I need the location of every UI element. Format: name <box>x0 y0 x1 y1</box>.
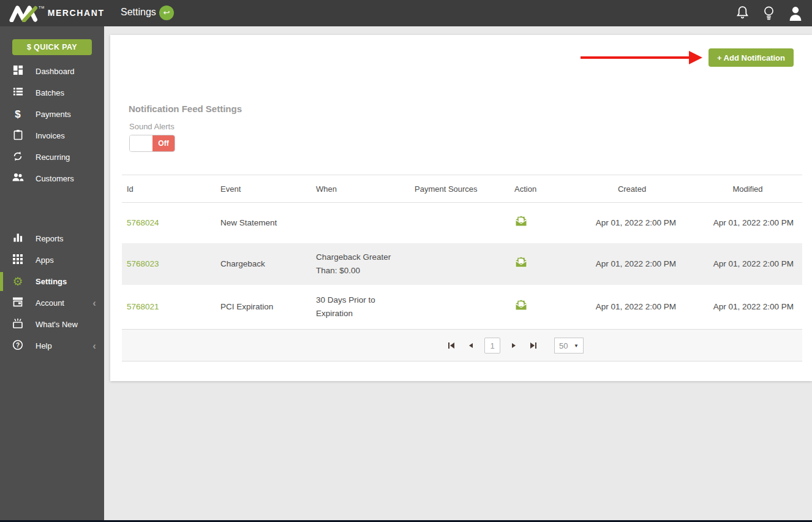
sound-alerts-label: Sound Alerts <box>129 122 175 131</box>
sidebar-item-customers[interactable]: Customers <box>0 168 104 189</box>
notifications-table: Id Event When Payment Sources Action Cre… <box>122 175 802 330</box>
modified-cell: Apr 01, 2022 2:00 PM <box>693 243 802 285</box>
sidebar-spacer <box>0 189 104 228</box>
svg-text:?: ? <box>16 341 20 348</box>
sidebar: $ QUICK PAY Dashboard Batches $ Payments… <box>0 26 104 520</box>
col-when: When <box>311 175 410 203</box>
email-action-icon[interactable] <box>514 256 528 268</box>
event-cell: PCI Expiration <box>216 285 311 330</box>
dashboard-icon <box>11 65 24 78</box>
sidebar-item-reports[interactable]: Reports <box>0 228 104 249</box>
when-cell: 30 Days Prior to Expiration <box>311 285 410 330</box>
when-cell: Chargeback Greater Than: $0.00 <box>311 243 410 285</box>
modified-cell: Apr 01, 2022 2:00 PM <box>693 203 802 243</box>
mx-logo-icon <box>9 4 39 22</box>
col-payment-sources: Payment Sources <box>410 175 509 203</box>
sound-alerts-toggle[interactable]: Off <box>129 135 175 152</box>
modified-cell: Apr 01, 2022 2:00 PM <box>693 285 802 330</box>
payment-sources-cell <box>410 243 509 285</box>
notification-id-link[interactable]: 5768023 <box>127 259 159 268</box>
previous-page-icon[interactable] <box>465 339 477 352</box>
sidebar-item-dashboard[interactable]: Dashboard <box>0 61 104 82</box>
payment-sources-cell <box>410 203 509 243</box>
section-title: Notification Feed Settings <box>129 104 242 114</box>
profile-avatar-icon[interactable] <box>788 5 803 24</box>
help-question-icon: ? <box>11 339 24 353</box>
table-row: 5768023 Chargeback Chargeback Greater Th… <box>122 243 802 285</box>
sidebar-item-help[interactable]: ? Help ‹ <box>0 335 104 357</box>
recurring-sync-icon <box>11 151 24 164</box>
payments-dollar-icon: $ <box>11 108 24 121</box>
col-action: Action <box>509 175 571 203</box>
created-cell: Apr 01, 2022 2:00 PM <box>571 285 693 330</box>
current-page-indicator[interactable]: 1 <box>484 338 500 354</box>
table-header-row: Id Event When Payment Sources Action Cre… <box>122 175 802 203</box>
sidebar-item-whats-new[interactable]: What's New <box>0 314 104 335</box>
payment-sources-cell <box>410 285 509 330</box>
table-row: 5768021 PCI Expiration 30 Days Prior to … <box>122 285 802 330</box>
account-storefront-icon <box>11 297 24 309</box>
whats-new-gift-icon <box>11 318 24 331</box>
first-page-icon[interactable] <box>445 339 457 352</box>
email-action-icon[interactable] <box>514 215 528 227</box>
when-cell <box>311 203 410 243</box>
logo-brand-name: MERCHANT <box>48 8 105 18</box>
event-cell: Chargeback <box>216 243 311 285</box>
customers-people-icon <box>11 173 24 184</box>
annotation-arrow-head <box>689 51 702 64</box>
notifications-bell-icon[interactable] <box>735 5 750 24</box>
toggle-state-label: Off <box>152 135 175 151</box>
sidebar-item-payments[interactable]: $ Payments <box>0 104 104 125</box>
sidebar-item-account[interactable]: Account ‹ <box>0 292 104 314</box>
ideas-lightbulb-icon[interactable] <box>762 5 776 24</box>
chevron-left-icon: ‹ <box>92 298 96 308</box>
notification-id-link[interactable]: 5768021 <box>127 302 159 311</box>
table-row: 5768024 New Statement Apr 01, 2022 2:00 <box>122 203 802 243</box>
page-size-value: 50 <box>559 341 568 350</box>
logo-tm: TM <box>39 6 45 9</box>
reports-bar-chart-icon <box>11 233 24 245</box>
add-notification-button[interactable]: + Add Notification <box>709 48 794 67</box>
sidebar-item-invoices[interactable]: Invoices <box>0 125 104 146</box>
topbar: TM MERCHANT Settings ↩ <box>0 0 812 26</box>
toggle-knob <box>130 135 152 151</box>
created-cell: Apr 01, 2022 2:00 PM <box>571 203 693 243</box>
pagination-bar: 1 50 ▼ <box>122 329 802 361</box>
sidebar-item-settings[interactable]: ⚙ Settings <box>0 271 104 292</box>
chevron-down-icon: ▼ <box>574 343 579 349</box>
batches-icon <box>11 86 24 99</box>
sidebar-item-recurring[interactable]: Recurring <box>0 146 104 168</box>
col-created: Created <box>571 175 693 203</box>
back-arrow-icon[interactable]: ↩ <box>159 6 174 20</box>
settings-content-card: + Add Notification Notification Feed Set… <box>110 35 812 381</box>
apps-grid-icon <box>11 254 24 267</box>
sidebar-item-batches[interactable]: Batches <box>0 82 104 104</box>
annotation-arrow <box>581 56 689 59</box>
col-event: Event <box>216 175 311 203</box>
page-size-dropdown[interactable]: 50 ▼ <box>554 338 584 354</box>
sidebar-item-apps[interactable]: Apps <box>0 249 104 271</box>
notification-id-link[interactable]: 5768024 <box>127 218 159 227</box>
col-id: Id <box>122 175 216 203</box>
settings-gear-icon: ⚙ <box>11 276 24 287</box>
next-page-icon[interactable] <box>508 339 520 352</box>
quick-pay-button[interactable]: $ QUICK PAY <box>12 39 92 55</box>
page-title: Settings <box>121 7 156 18</box>
chevron-left-icon: ‹ <box>92 341 96 351</box>
created-cell: Apr 01, 2022 2:00 PM <box>571 243 693 285</box>
col-modified: Modified <box>693 175 802 203</box>
last-page-icon[interactable] <box>527 339 539 352</box>
event-cell: New Statement <box>216 203 311 243</box>
email-action-icon[interactable] <box>514 299 528 311</box>
invoices-clipboard-icon <box>11 129 24 143</box>
mx-merchant-logo[interactable]: TM MERCHANT <box>9 4 105 22</box>
